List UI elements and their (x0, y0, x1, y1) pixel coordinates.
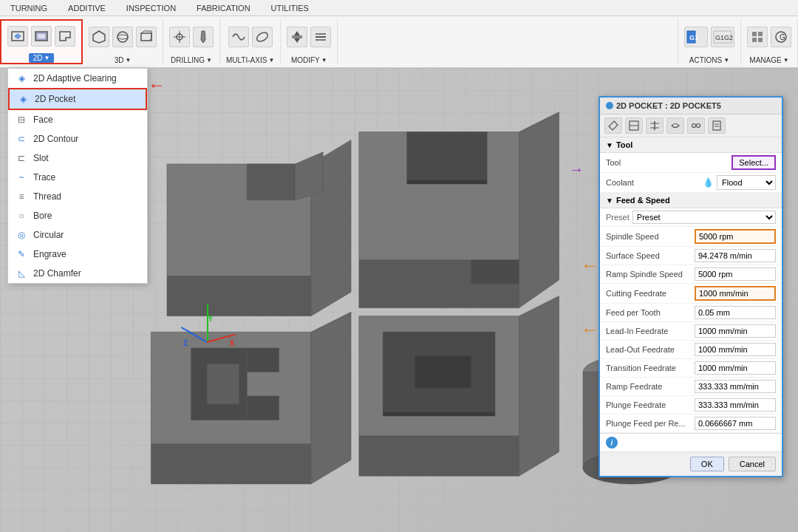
dropdown-item-trace[interactable]: ~ Trace (8, 168, 147, 187)
plunge-feedrate-input[interactable] (695, 398, 776, 412)
tool-label: Tool (606, 158, 732, 167)
axis-indicator: Z Y X (177, 312, 236, 371)
plunge-feed-per-re-input[interactable] (695, 417, 776, 430)
ok-button[interactable]: OK (690, 457, 724, 471)
tool-section-arrow: ▼ (606, 141, 613, 149)
toolbar-icon-3d-1[interactable] (89, 27, 109, 47)
svg-marker-47 (519, 296, 559, 477)
svg-point-10 (255, 31, 269, 44)
panel-tab-linking[interactable] (687, 117, 705, 134)
toolbar-icon-multi-2[interactable] (252, 27, 273, 47)
toolbar-icon-actions-2[interactable]: G1G2 (711, 27, 734, 47)
ramp-feedrate-input[interactable] (695, 380, 776, 393)
lead-out-feedrate-input[interactable] (695, 343, 776, 356)
toolbar-icon-manage-2[interactable]: G (771, 27, 791, 47)
menu-inspection[interactable]: INSPECTION (123, 2, 179, 14)
tool-select-button[interactable]: Select... (732, 155, 776, 170)
lead-in-feedrate-row: Lead-In Feedrate (600, 322, 782, 341)
svg-point-60 (697, 124, 700, 128)
toolbar-icon-manage-1[interactable] (747, 27, 768, 47)
toolbar-icon-drill-1[interactable] (169, 27, 190, 47)
toolbar-label-manage[interactable]: MANAGE ▼ (749, 56, 788, 64)
svg-marker-43 (247, 348, 279, 372)
toolbar-label-2d[interactable]: 2D ▼ (29, 53, 55, 63)
dropdown-item-pocket[interactable]: ◈ 2D Pocket (8, 88, 147, 110)
feed-per-tooth-input[interactable] (695, 306, 776, 319)
toolbar-icon-3d-2[interactable] (112, 27, 133, 47)
toolbar-icons-actions: G1 G1G2 (684, 19, 734, 55)
coolant-select[interactable]: Flood Mist Off (717, 175, 776, 190)
svg-rect-2 (38, 34, 45, 38)
toolbar-icon-actions-1[interactable]: G1 (684, 27, 708, 47)
svg-rect-23 (752, 38, 757, 42)
modify-caret-icon: ▼ (321, 57, 327, 64)
dropdown-item-contour[interactable]: ⊂ 2D Contour (8, 129, 147, 149)
cutting-feedrate-input[interactable] (695, 286, 776, 301)
toolbar-icon-contour[interactable] (55, 26, 75, 47)
preset-select[interactable]: Preset (632, 211, 776, 224)
panel-tab-heights[interactable] (646, 117, 664, 134)
panel-tab-notes[interactable] (708, 117, 726, 134)
toolbar-icon-modify-2[interactable] (310, 27, 331, 47)
menu-additive[interactable]: ADDITIVE (65, 2, 109, 14)
svg-marker-50 (415, 356, 471, 388)
drilling-caret-icon: ▼ (206, 57, 212, 64)
feed-speed-arrow: ▼ (606, 197, 613, 205)
menu-utilities[interactable]: UTILITIES (268, 2, 312, 14)
feed-speed-section-header[interactable]: ▼ Feed & Speed (600, 193, 782, 208)
thread-icon: ≡ (16, 191, 27, 202)
panel-tab-passes[interactable] (666, 117, 684, 134)
menu-fabrication[interactable]: FABRICATION (194, 2, 253, 14)
dropdown-item-circular[interactable]: ◎ Circular (8, 225, 147, 245)
svg-marker-44 (247, 396, 279, 420)
surface-speed-input[interactable] (695, 249, 776, 262)
toolbar-icon-pocket[interactable] (31, 26, 52, 47)
toolbar-icon-multi-1[interactable] (228, 27, 249, 47)
spindle-speed-label: Spindle Speed (606, 232, 695, 241)
svg-marker-37 (471, 260, 519, 284)
panel-tab-geometry[interactable] (625, 117, 643, 134)
dropdown-item-slot[interactable]: ⊏ Slot (8, 149, 147, 168)
cancel-button[interactable]: Cancel (729, 457, 776, 471)
spindle-speed-input[interactable] (695, 229, 776, 244)
dropdown-item-bore[interactable]: ○ Bore (8, 206, 147, 225)
svg-marker-49 (383, 412, 495, 416)
dropdown-item-thread[interactable]: ≡ Thread (8, 187, 147, 206)
cutting-feedrate-label: Cutting Feedrate (606, 289, 695, 298)
plunge-feed-per-re-label: Plunge Feed per Re... (606, 419, 695, 428)
dropdown-item-adaptive[interactable]: ◈ 2D Adaptive Clearing (8, 69, 147, 88)
dropdown-item-chamfer[interactable]: ◺ 2D Chamfer (8, 264, 147, 283)
toolbar-label-drilling[interactable]: DRILLING ▼ (171, 56, 212, 64)
panel-tab-tool[interactable] (604, 117, 622, 134)
toolbar-label-multiaxis[interactable]: MULTI-AXIS ▼ (226, 56, 274, 64)
menu-turning[interactable]: TURNING (7, 2, 50, 14)
tool-section-header[interactable]: ▼ Tool (600, 137, 782, 153)
coolant-icon: 💧 (703, 177, 714, 188)
toolbar-icon-adaptive[interactable] (7, 26, 28, 47)
lead-in-feedrate-input[interactable] (695, 324, 776, 338)
toolbar-icon-3d-3[interactable] (136, 27, 157, 47)
toolbar-label-3d[interactable]: 3D ▼ (115, 56, 132, 64)
adaptive-icon: ◈ (16, 72, 27, 84)
annotation-arrow-select: → (569, 161, 584, 178)
ramp-spindle-speed-input[interactable] (695, 267, 776, 281)
toolbar-section-3d: 3D ▼ (83, 19, 163, 64)
annotation-arrow-dropdown: ← (148, 75, 166, 95)
toolbar-label-modify[interactable]: MODIFY ▼ (291, 56, 327, 64)
transition-feedrate-input[interactable] (695, 361, 776, 375)
dropdown-menu-2d: ◈ 2D Adaptive Clearing ◈ 2D Pocket ⊟ Fac… (7, 68, 148, 284)
toolbar-icon-drill-2[interactable] (193, 27, 214, 47)
dropdown-item-engrave[interactable]: ✎ Engrave (8, 245, 147, 264)
chamfer-icon: ◺ (16, 267, 27, 279)
svg-marker-12 (294, 31, 300, 35)
dropdown-item-face[interactable]: ⊟ Face (8, 110, 147, 129)
svg-marker-46 (359, 436, 519, 476)
toolbar-section-multiaxis: MULTI-AXIS ▼ (220, 19, 281, 64)
toolbar-label-actions[interactable]: ACTIONS ▼ (689, 56, 729, 64)
axis-x-label: X (229, 339, 234, 347)
lead-in-feedrate-label: Lead-In Feedrate (606, 327, 695, 335)
toolbar-icon-modify-1[interactable] (287, 27, 307, 47)
toolbar-icons-drilling (169, 19, 214, 55)
panel-title-icon (606, 102, 613, 109)
multiaxis-caret-icon: ▼ (268, 57, 274, 64)
